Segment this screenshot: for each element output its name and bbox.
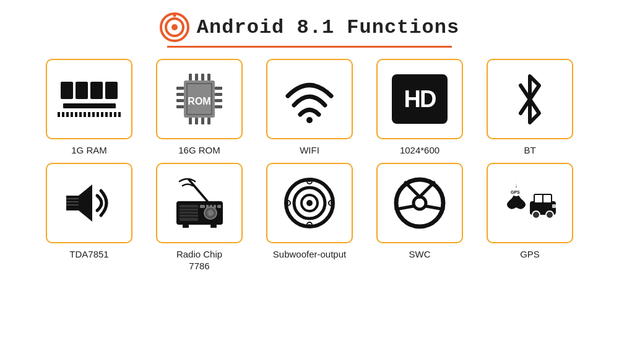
svg-point-23 (306, 117, 313, 123)
svg-rect-9 (176, 99, 184, 102)
hd-text: HD (404, 86, 436, 113)
svg-point-68 (532, 211, 540, 219)
radio-chip-label: Radio Chip 7786 (176, 248, 222, 272)
1024-600-icon-box: HD (376, 59, 463, 139)
feature-swc: SWC (370, 163, 469, 272)
1024-600-label: 1024*600 (400, 144, 439, 157)
svg-rect-70 (552, 204, 556, 208)
feature-1g-ram: 1G RAM (40, 59, 139, 157)
bt-icon-box (487, 59, 573, 139)
svg-rect-41 (217, 205, 221, 208)
svg-rect-67 (543, 195, 551, 202)
svg-point-56 (396, 180, 443, 227)
wifi-icon-box (266, 59, 353, 139)
subwoofer-icon (282, 175, 337, 231)
svg-point-2 (171, 24, 178, 30)
speaker-icon (61, 178, 117, 228)
steering-wheel-icon (392, 175, 448, 231)
gps-icon: GPS (499, 176, 561, 229)
svg-rect-16 (195, 74, 198, 80)
svg-line-36 (189, 180, 207, 201)
svg-rect-66 (535, 195, 542, 202)
svg-rect-7 (176, 87, 184, 90)
svg-rect-37 (200, 205, 205, 208)
svg-rect-43 (210, 225, 217, 228)
gps-label: GPS (520, 248, 540, 261)
svg-rect-15 (189, 74, 192, 80)
feature-16g-rom: ROM (150, 59, 249, 157)
svg-point-35 (207, 210, 214, 216)
svg-rect-42 (183, 225, 189, 228)
svg-rect-8 (176, 93, 184, 96)
svg-rect-17 (201, 74, 204, 80)
feature-wifi: WIFI (260, 59, 359, 157)
svg-text:ROM: ROM (188, 96, 210, 106)
svg-rect-19 (189, 118, 192, 124)
svg-text:GPS: GPS (511, 190, 520, 194)
subwoofer-icon-box (266, 163, 353, 243)
bluetooth-icon (511, 73, 548, 126)
svg-rect-18 (207, 74, 210, 80)
swc-label: SWC (409, 248, 431, 261)
android-logo-icon (160, 12, 189, 42)
svg-rect-29 (180, 205, 198, 221)
feature-1024-600: HD 1024*600 (370, 59, 469, 157)
svg-rect-12 (215, 93, 222, 96)
tda7851-label: TDA7851 (69, 248, 108, 261)
svg-rect-38 (206, 205, 209, 208)
svg-rect-13 (215, 99, 222, 102)
svg-rect-40 (214, 205, 216, 208)
ram-icon (58, 82, 121, 117)
svg-marker-24 (66, 184, 92, 222)
feature-radio-chip: Radio Chip 7786 (150, 163, 249, 272)
svg-rect-20 (195, 118, 198, 124)
radio-icon (170, 176, 229, 229)
radio-chip-icon-box (156, 163, 243, 243)
tda7851-icon-box (46, 163, 132, 243)
1g-ram-label: 1G RAM (71, 144, 107, 157)
features-row-2: TDA7851 (25, 163, 594, 272)
svg-rect-21 (201, 118, 204, 124)
feature-tda7851: TDA7851 (40, 163, 139, 272)
svg-point-47 (306, 200, 313, 206)
swc-icon-box (376, 163, 463, 243)
feature-bt: BT (480, 59, 579, 157)
svg-rect-11 (215, 87, 222, 90)
wifi-icon (282, 74, 337, 124)
svg-point-57 (413, 197, 426, 209)
wifi-label: WIFI (300, 144, 319, 157)
svg-rect-14 (215, 105, 222, 108)
rom-chip-icon: ROM (171, 71, 227, 127)
features-row-1: 1G RAM ROM (25, 59, 594, 157)
feature-gps: GPS GPS (480, 163, 579, 272)
svg-rect-10 (176, 105, 184, 108)
feature-subwoofer: Subwoofer-output (260, 163, 359, 272)
1g-ram-icon-box (46, 59, 132, 139)
16g-rom-label: 16G ROM (178, 144, 220, 157)
svg-rect-22 (207, 118, 210, 124)
svg-line-58 (405, 183, 420, 197)
svg-line-61 (426, 206, 443, 209)
svg-point-69 (546, 211, 553, 219)
bt-label: BT (524, 144, 535, 157)
gps-icon-box: GPS (487, 163, 573, 243)
hd-icon: HD (392, 74, 448, 124)
svg-line-60 (396, 206, 413, 209)
svg-point-3 (173, 14, 176, 17)
subwoofer-label: Subwoofer-output (273, 248, 346, 261)
16g-rom-icon-box: ROM (156, 59, 243, 139)
page-header: Android 8.1 Functions (160, 12, 459, 42)
page-title: Android 8.1 Functions (197, 16, 459, 39)
svg-line-59 (420, 183, 434, 197)
title-underline (167, 46, 452, 48)
svg-rect-39 (210, 205, 212, 208)
features-grid: 1G RAM ROM (25, 59, 594, 272)
